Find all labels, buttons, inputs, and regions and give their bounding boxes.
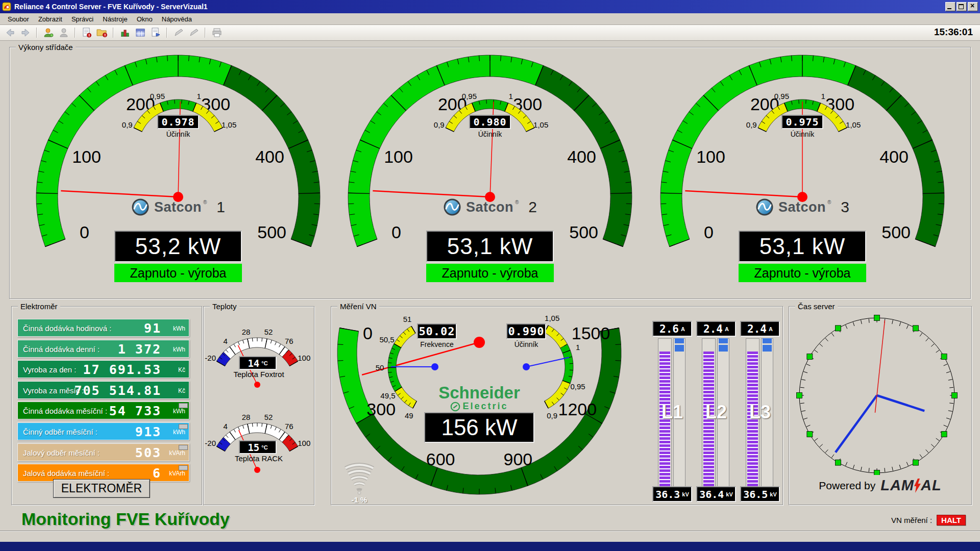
svg-text:0: 0 bbox=[704, 222, 714, 242]
vn-mereni-label: VN měření : bbox=[891, 516, 932, 524]
close-button[interactable] bbox=[968, 2, 978, 11]
status-badge: HALT bbox=[937, 515, 966, 525]
indicator-box bbox=[179, 465, 188, 470]
svg-text:1,05: 1,05 bbox=[545, 314, 559, 322]
temp-label-foxtrot: Teplota Foxtrot bbox=[204, 370, 314, 379]
satcon-mark-icon bbox=[131, 198, 150, 216]
svg-text:0,95: 0,95 bbox=[150, 92, 165, 101]
svg-text:1: 1 bbox=[576, 343, 580, 352]
pf-label: Účinník bbox=[644, 130, 961, 138]
meter-row: Jalový odběr měsíční :503kVArh bbox=[17, 443, 189, 461]
brand-name: Satcon bbox=[778, 199, 826, 215]
user-icon[interactable] bbox=[57, 27, 70, 39]
inverter-number: 3 bbox=[841, 198, 849, 216]
lamal-logo: LAM AL bbox=[880, 477, 942, 494]
powered-by: Powered by LAM AL bbox=[789, 477, 971, 494]
svg-text:-20: -20 bbox=[205, 439, 216, 447]
svg-text:0,95: 0,95 bbox=[462, 92, 477, 101]
meter-row-label: Jalový odběr měsíční : bbox=[23, 448, 100, 457]
meter-row-label: Činná dodávka denní : bbox=[23, 344, 100, 353]
svg-text:0,95: 0,95 bbox=[774, 92, 789, 101]
schneider-mark-icon bbox=[450, 402, 460, 412]
schneider-wordmark: Schneider bbox=[423, 383, 535, 403]
current-bar-fill bbox=[763, 338, 772, 343]
inverter-3-block: 01002003004005000,90,9511,05 0.975 Účinn… bbox=[644, 49, 961, 293]
svg-text:500: 500 bbox=[881, 222, 911, 242]
phase-l2: 2.4A L2 36.4kV bbox=[696, 321, 736, 503]
toolbar-separator bbox=[36, 28, 37, 38]
toolbar: 15:36:01 bbox=[0, 25, 980, 41]
brand-name: Satcon bbox=[466, 199, 513, 215]
elektromer-button[interactable]: ELEKTROMĚR bbox=[53, 479, 150, 498]
menu-spravci[interactable]: Správci bbox=[67, 14, 98, 24]
svg-text:400: 400 bbox=[879, 147, 909, 166]
meter-row-unit: kVArh bbox=[169, 449, 185, 457]
meter-row-value: 6 bbox=[153, 465, 161, 480]
svg-text:52: 52 bbox=[264, 413, 273, 421]
lightning-icon bbox=[914, 479, 921, 493]
group-teploty: Teploty -204285276100-204285276100 14°C … bbox=[203, 306, 314, 505]
svg-text:1: 1 bbox=[508, 92, 512, 101]
table-icon[interactable] bbox=[133, 27, 147, 39]
phase-name: L3 bbox=[740, 402, 780, 423]
back-icon[interactable] bbox=[3, 27, 17, 39]
temperature-gauges: -204285276100-204285276100 bbox=[204, 307, 314, 505]
svg-text:1,05: 1,05 bbox=[533, 120, 548, 129]
meter-row-unit: kWh bbox=[173, 408, 185, 415]
svg-text:4: 4 bbox=[224, 422, 228, 431]
frequency-label: Frekvence bbox=[404, 340, 470, 348]
svg-text:500: 500 bbox=[257, 222, 286, 242]
report-icon[interactable] bbox=[149, 27, 162, 39]
phase-l1: 2.6A L1 36.3kV bbox=[652, 321, 692, 503]
divider bbox=[0, 531, 980, 532]
svg-text:76: 76 bbox=[285, 422, 293, 431]
vn-power-display: 156 kW bbox=[424, 412, 534, 443]
meter-row-unit: kVArh bbox=[169, 470, 185, 477]
indicator-box bbox=[179, 424, 188, 429]
chart-icon[interactable] bbox=[118, 27, 132, 39]
meter-row: Činná dodávka měsíční :54 733kWh bbox=[17, 402, 189, 419]
printer-icon[interactable] bbox=[210, 27, 224, 39]
document-alarm-icon[interactable] bbox=[80, 27, 93, 39]
pen-icon[interactable] bbox=[172, 27, 185, 39]
menu-napoveda[interactable]: Nápověda bbox=[157, 14, 197, 24]
maximize-button[interactable] bbox=[957, 2, 967, 11]
svg-text:51: 51 bbox=[403, 315, 412, 323]
schneider-logo: Schneider Electric bbox=[423, 383, 535, 412]
app-icon bbox=[2, 2, 11, 11]
frequency-display: 50.02 bbox=[417, 323, 457, 339]
current-display: 2.4A bbox=[740, 321, 780, 337]
power-display: 53,2 kW bbox=[114, 231, 242, 262]
indicator-box bbox=[179, 445, 188, 450]
menu-zobrazit[interactable]: Zobrazit bbox=[34, 14, 67, 24]
meter-row-value: 17 691.53 bbox=[83, 362, 161, 377]
toolbar-separator bbox=[75, 28, 76, 38]
meter-row-value: 503 bbox=[135, 445, 161, 460]
pf-display: 0.975 bbox=[781, 115, 823, 129]
analog-clock bbox=[789, 307, 971, 475]
svg-text:1: 1 bbox=[197, 92, 201, 101]
folder-alarm-icon[interactable] bbox=[95, 27, 109, 39]
indicator-box bbox=[179, 403, 188, 408]
minimize-button[interactable] bbox=[945, 2, 955, 11]
menu-soubor[interactable]: Soubor bbox=[3, 14, 34, 24]
svg-text:600: 600 bbox=[426, 449, 455, 469]
svg-text:100: 100 bbox=[298, 439, 310, 447]
svg-text:1,05: 1,05 bbox=[846, 120, 861, 129]
svg-text:0: 0 bbox=[391, 222, 401, 242]
forward-icon[interactable] bbox=[18, 27, 32, 39]
svg-text:900: 900 bbox=[504, 449, 533, 469]
meter-row-label: Jalová dodávka měsíční : bbox=[23, 468, 109, 477]
svg-text:1200: 1200 bbox=[558, 399, 597, 419]
meter-row-value: 91 bbox=[144, 320, 161, 335]
user-manager-icon[interactable] bbox=[41, 27, 55, 39]
menu-nastroje[interactable]: Nástroje bbox=[98, 14, 132, 24]
window-title: Reliance 4 Control Server - FVE Kuřívody… bbox=[14, 3, 942, 11]
meter-row-unit: Kč bbox=[178, 387, 185, 394]
menu-okno[interactable]: Okno bbox=[132, 14, 157, 24]
pen2-icon[interactable] bbox=[187, 27, 201, 39]
meter-row-unit: kWh bbox=[173, 429, 185, 436]
powered-by-text: Powered by bbox=[819, 480, 875, 492]
inverter-1-block: 01002003004005000,90,9511,05 0.978 Účinn… bbox=[20, 49, 336, 293]
svg-text:100: 100 bbox=[72, 147, 101, 166]
